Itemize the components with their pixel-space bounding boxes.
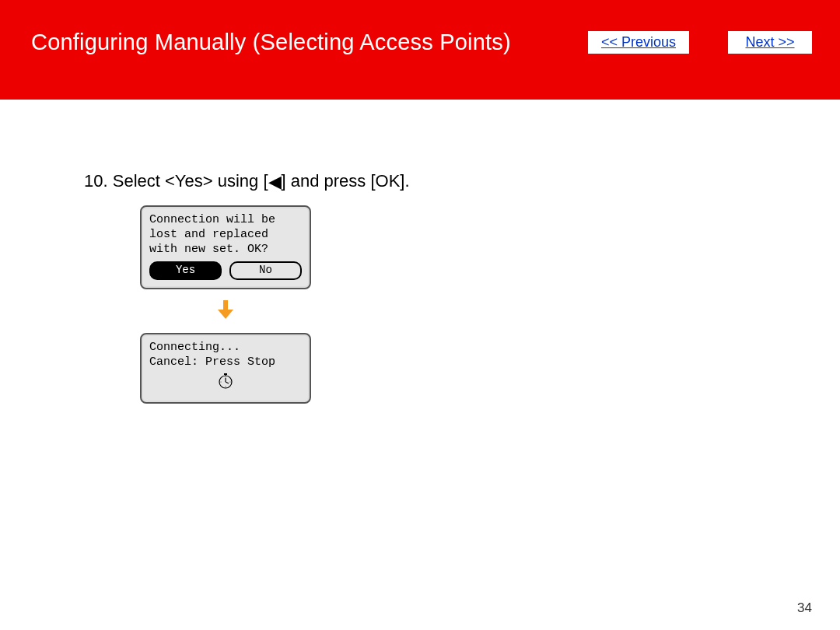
svg-rect-3 bbox=[224, 373, 227, 375]
previous-button[interactable]: << Previous bbox=[588, 31, 689, 54]
step-text-before: Select <Yes> using [ bbox=[113, 171, 268, 191]
lcd2-line2: Cancel: Press Stop bbox=[149, 355, 302, 370]
page-number: 34 bbox=[797, 600, 812, 616]
page-title: Configuring Manually (Selecting Access P… bbox=[31, 30, 511, 55]
next-button[interactable]: Next >> bbox=[728, 31, 812, 54]
down-arrow-icon bbox=[140, 289, 311, 333]
lcd-screen-connecting: Connecting... Cancel: Press Stop bbox=[140, 333, 311, 404]
svg-rect-0 bbox=[223, 300, 228, 310]
lcd1-line1: Connection will be bbox=[149, 213, 302, 228]
svg-point-7 bbox=[226, 377, 226, 378]
stopwatch-icon bbox=[149, 373, 302, 394]
lcd-no-button: No bbox=[229, 261, 302, 280]
lcd1-line3: with new set. OK? bbox=[149, 243, 302, 257]
svg-point-8 bbox=[226, 387, 226, 387]
lcd2-line1: Connecting... bbox=[149, 341, 302, 355]
svg-marker-1 bbox=[218, 310, 233, 319]
step-instruction: 10. Select <Yes> using [◀] and press [OK… bbox=[84, 171, 410, 191]
lcd1-line2: lost and replaced bbox=[149, 228, 302, 243]
step-text-after: ] and press [OK]. bbox=[282, 171, 410, 191]
lcd-yes-button: Yes bbox=[149, 261, 222, 280]
svg-point-10 bbox=[230, 382, 231, 383]
svg-point-9 bbox=[221, 382, 222, 383]
step-number: 10. bbox=[84, 171, 108, 191]
lcd-screen-confirm: Connection will be lost and replaced wit… bbox=[140, 205, 311, 289]
svg-line-6 bbox=[226, 382, 229, 383]
left-arrow-glyph: ◀ bbox=[268, 172, 282, 192]
